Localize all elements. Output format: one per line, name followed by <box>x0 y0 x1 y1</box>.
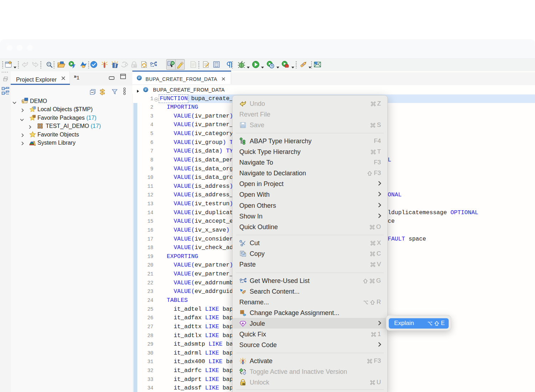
svg-text:F: F <box>145 88 147 92</box>
svg-text:F: F <box>138 76 141 80</box>
svg-text:?: ? <box>315 62 317 65</box>
svg-text:?: ? <box>34 107 35 109</box>
